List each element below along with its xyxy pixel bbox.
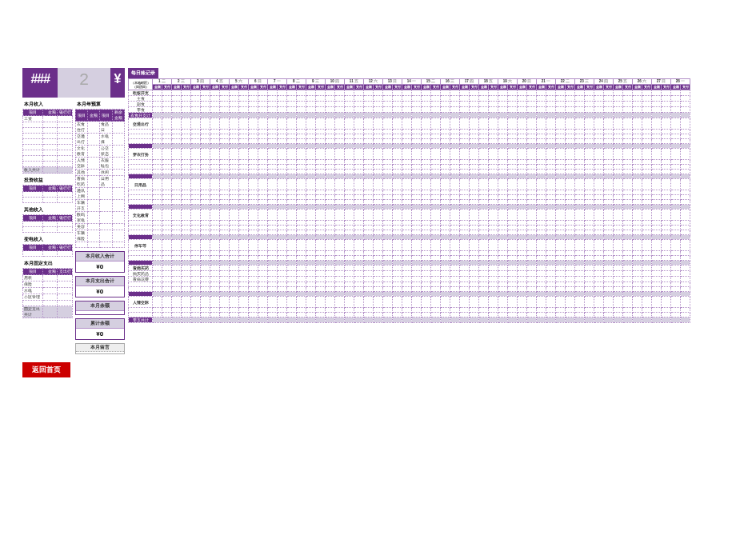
day-header-11: 11 五 <box>345 79 364 85</box>
invest-block: 投资收益 项目金额银行行 <box>22 176 73 203</box>
daily-title: 每日账记录 <box>128 68 158 78</box>
currency-icon: ¥ <box>110 68 125 90</box>
month-header: ### 2 ¥ <box>22 68 125 90</box>
income-title: 本月收入 <box>22 100 73 109</box>
variable-income-block: 变电收入 项目金额银行行 <box>22 235 73 257</box>
day-header-18: 18 五 <box>479 79 498 85</box>
memo-box[interactable]: 本月留言 <box>75 343 126 354</box>
day-header-15: 15 二 <box>422 79 441 85</box>
budget-table[interactable]: 项目金额项目剩余金额 衣食住行食品日交通出行水电煤文化教育公交状态人情交际衣服鞋… <box>75 109 126 248</box>
day-header-1: 1 二 <box>153 79 172 85</box>
day-header-28: 28 一 <box>671 79 690 85</box>
day-header-22: 22 二 <box>556 79 575 85</box>
left-panel: ### 2 ¥ 本月收入 项目金额银行行 工资收入共计 投资收益 项 <box>22 68 125 377</box>
day-header-4: 4 五 <box>210 79 230 85</box>
year-cell: ### <box>22 68 58 90</box>
other-income-block: 其他收入 项目金额银行行 <box>22 206 73 233</box>
day-header-10: 10 四 <box>326 79 345 85</box>
day-header-21: 21 一 <box>537 79 556 85</box>
income-table[interactable]: 项目金额银行行 工资收入共计 <box>22 109 73 174</box>
daily-table[interactable]: （本地时区）（日历日）1 二2 三3 四4 五5 六6 日7 一8 二9 三10… <box>128 78 690 323</box>
expense-total-box: 本月支出合计 ¥0 <box>75 276 126 297</box>
day-header-13: 13 日 <box>383 79 402 85</box>
day-header-23: 23 三 <box>575 79 594 85</box>
invest-table[interactable]: 项目金额银行行 <box>22 185 73 203</box>
income-block: 本月收入 项目金额银行行 工资收入共计 <box>22 100 73 174</box>
day-header-25: 25 五 <box>614 79 633 85</box>
day-header-20: 20 日 <box>518 79 537 85</box>
day-header-12: 12 六 <box>364 79 383 85</box>
return-home-button[interactable]: 返回首页 <box>22 362 70 377</box>
day-header-26: 26 六 <box>633 79 652 85</box>
day-header-6: 6 日 <box>249 79 268 85</box>
other-income-table[interactable]: 项目金额银行行 <box>22 214 73 233</box>
day-header-2: 2 三 <box>172 79 191 85</box>
day-header-9: 9 三 <box>306 79 326 85</box>
budget-block: 本月年预算 项目金额项目剩余金额 衣食住行食品日交通出行水电煤文化教育公交状态人… <box>75 100 126 248</box>
income-total-box: 本月收入合计 ¥0 <box>75 251 126 273</box>
month-cell: 2 <box>75 68 93 90</box>
day-header-8: 8 二 <box>287 79 306 85</box>
fixed-expense-table[interactable]: 项目金额支出行 房租保险水电小区管理固定支出共计 <box>22 268 73 318</box>
day-header-17: 17 四 <box>460 79 479 85</box>
cumulative-box: 累计余额 ¥0 <box>75 318 126 340</box>
day-header-3: 3 四 <box>191 79 210 85</box>
fixed-expense-block: 本月固定支出 项目金额支出行 房租保险水电小区管理固定支出共计 <box>22 259 73 318</box>
month-balance-box: 本月余额 <box>75 301 126 315</box>
variable-income-table[interactable]: 项目金额银行行 <box>22 244 73 257</box>
day-header-14: 14 一 <box>402 79 422 85</box>
day-header-24: 24 四 <box>594 79 614 85</box>
daily-panel: 每日账记录 （本地时区）（日历日）1 二2 三3 四4 五5 六6 日7 一8 … <box>128 68 756 377</box>
day-header-19: 19 六 <box>498 79 518 85</box>
day-header-7: 7 一 <box>268 79 287 85</box>
day-header-5: 5 六 <box>230 79 249 85</box>
day-header-27: 27 日 <box>652 79 671 85</box>
day-header-16: 16 三 <box>441 79 460 85</box>
